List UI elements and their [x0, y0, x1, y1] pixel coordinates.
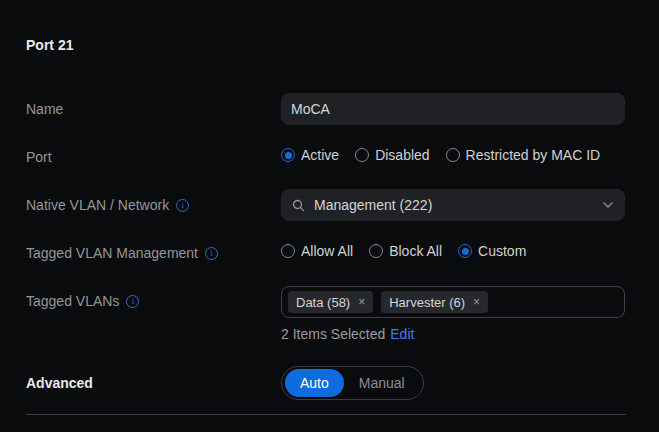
advanced-label: Advanced: [26, 375, 93, 391]
tagged-vlan-mgmt-label-text: Tagged VLAN Management: [26, 245, 198, 261]
edit-link[interactable]: Edit: [390, 326, 414, 342]
native-vlan-selected-value: Management (222): [314, 197, 593, 213]
chevron-down-icon[interactable]: [602, 201, 614, 209]
native-vlan-label: Native VLAN / Network i: [26, 197, 189, 213]
port-option-restricted-label: Restricted by MAC ID: [466, 147, 601, 163]
tagged-vlan-option-custom-label: Custom: [478, 243, 526, 259]
advanced-label-text: Advanced: [26, 375, 93, 391]
port-option-disabled[interactable]: Disabled: [355, 147, 429, 163]
toggle-option-manual[interactable]: Manual: [344, 369, 420, 397]
native-vlan-select[interactable]: Management (222): [281, 189, 625, 221]
radio-unchecked-icon[interactable]: [355, 148, 369, 162]
native-vlan-label-text: Native VLAN / Network: [26, 197, 169, 213]
tagged-vlans-label: Tagged VLANs i: [26, 293, 139, 309]
port-label: Port: [26, 149, 52, 165]
name-input[interactable]: [281, 93, 625, 125]
advanced-mode-toggle: Auto Manual: [281, 366, 424, 400]
tagged-vlans-summary: 2 Items Selected Edit: [281, 326, 414, 342]
items-selected-text: 2 Items Selected: [281, 326, 385, 342]
remove-tag-icon[interactable]: ×: [358, 296, 365, 308]
radio-unchecked-icon[interactable]: [281, 244, 295, 258]
tagged-vlans-label-text: Tagged VLANs: [26, 293, 119, 309]
tagged-vlan-option-block-all[interactable]: Block All: [369, 243, 442, 259]
tagged-vlans-input[interactable]: Data (58) × Harvester (6) ×: [281, 286, 625, 318]
tagged-vlan-option-allow-all[interactable]: Allow All: [281, 243, 353, 259]
search-icon: [292, 199, 305, 212]
tagged-vlan-mgmt-label: Tagged VLAN Management i: [26, 245, 218, 261]
tagged-vlan-option-custom[interactable]: Custom: [458, 243, 526, 259]
port-label-text: Port: [26, 149, 52, 165]
tagged-vlan-option-block-all-label: Block All: [389, 243, 442, 259]
port-option-disabled-label: Disabled: [375, 147, 429, 163]
tagged-vlan-mgmt-radio-group: Allow All Block All Custom: [281, 243, 526, 259]
radio-unchecked-icon[interactable]: [446, 148, 460, 162]
vlan-tag-chip: Harvester (6) ×: [381, 291, 488, 313]
port-option-restricted[interactable]: Restricted by MAC ID: [446, 147, 601, 163]
info-icon[interactable]: i: [126, 295, 139, 308]
page-title: Port 21: [26, 37, 73, 53]
info-icon[interactable]: i: [176, 199, 189, 212]
remove-tag-icon[interactable]: ×: [473, 296, 480, 308]
radio-checked-icon[interactable]: [281, 148, 295, 162]
vlan-tag-label: Data (58): [296, 295, 350, 310]
toggle-option-auto[interactable]: Auto: [285, 369, 344, 397]
radio-checked-icon[interactable]: [458, 244, 472, 258]
vlan-tag-label: Harvester (6): [389, 295, 465, 310]
tagged-vlan-option-allow-all-label: Allow All: [301, 243, 353, 259]
port-settings-panel: Port 21 Name Port Active Disabled Restri…: [0, 0, 659, 432]
section-divider: [26, 414, 626, 415]
port-option-active-label: Active: [301, 147, 339, 163]
name-label-text: Name: [26, 101, 63, 117]
port-radio-group: Active Disabled Restricted by MAC ID: [281, 147, 600, 163]
radio-unchecked-icon[interactable]: [369, 244, 383, 258]
port-option-active[interactable]: Active: [281, 147, 339, 163]
info-icon[interactable]: i: [205, 247, 218, 260]
name-label: Name: [26, 101, 63, 117]
vlan-tag-chip: Data (58) ×: [288, 291, 373, 313]
